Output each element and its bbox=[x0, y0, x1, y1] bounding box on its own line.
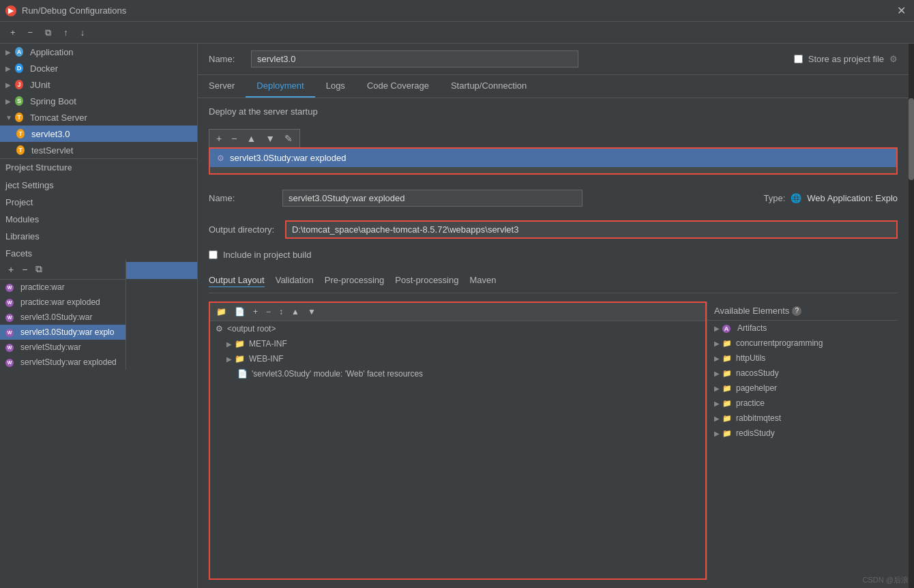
artifact-item-servletstudy-war-exploded[interactable]: W servletStudy:war exploded bbox=[0, 355, 126, 370]
help-icon[interactable]: ? bbox=[792, 306, 801, 316]
ps-item-project-settings[interactable]: ject Settings bbox=[0, 177, 197, 194]
artifact-item-practice-war[interactable]: W practice:war bbox=[0, 280, 126, 295]
tab-code-coverage[interactable]: Code Coverage bbox=[356, 75, 440, 98]
artifact-remove-btn[interactable]: − bbox=[19, 263, 30, 276]
output-tab-post-processing[interactable]: Post-processing bbox=[395, 274, 458, 287]
deploy-list-item[interactable]: ⚙ servlet3.0Study:war exploded bbox=[210, 149, 896, 167]
project-structure-header: Project Structure bbox=[0, 159, 197, 177]
tree-item-docker[interactable]: ▶ D Docker bbox=[0, 60, 197, 76]
name-input[interactable] bbox=[251, 50, 578, 68]
artifact-item-servletstudy-war[interactable]: W servletStudy:war bbox=[0, 340, 126, 355]
artifact-add-btn[interactable]: + bbox=[5, 263, 16, 276]
tree-item-tomcat[interactable]: ▼ T Tomcat Server bbox=[0, 109, 197, 126]
tree-label-spring: Spring Boot bbox=[30, 96, 76, 106]
artifact-item-servlet3-war[interactable]: W servlet3.0Study:war bbox=[0, 310, 126, 325]
output-tree-toolbar: 📁 📄 + − ↕ ▲ ▼ bbox=[210, 303, 705, 321]
remove-config-button[interactable]: − bbox=[23, 25, 38, 40]
output-tab-maven[interactable]: Maven bbox=[469, 274, 496, 287]
tomcat-icon: T bbox=[15, 112, 26, 123]
avail-item-artifacts[interactable]: ▶ A Artifacts bbox=[707, 321, 898, 336]
tree-item-testservlet[interactable]: T testServlet bbox=[0, 142, 197, 158]
tab-startup-connection[interactable]: Startup/Connection bbox=[440, 75, 537, 98]
practice-war-label: practice:war bbox=[20, 282, 65, 292]
tab-deployment[interactable]: Deployment bbox=[246, 75, 314, 98]
artifact-item-servlet3-war-exploded[interactable]: W servlet3.0Study:war explo bbox=[0, 325, 126, 340]
testservlet-icon: T bbox=[16, 145, 27, 156]
servletstudy-war-exploded-icon: W bbox=[5, 357, 16, 367]
tree-node-meta-inf[interactable]: ▶ 📁 META-INF bbox=[210, 336, 705, 351]
watermark: CSDN @后浪 bbox=[863, 575, 909, 585]
avail-practice-chevron: ▶ bbox=[714, 400, 720, 407]
tree-toolbar-folder-btn[interactable]: 📁 bbox=[213, 306, 230, 318]
servletstudy-war-exploded-label: servletStudy:war exploded bbox=[20, 357, 117, 367]
ps-item-libraries[interactable]: Libraries bbox=[0, 228, 197, 245]
output-tab-layout[interactable]: Output Layout bbox=[209, 274, 265, 287]
ps-item-modules[interactable]: Modules bbox=[0, 211, 197, 228]
deploy-add-btn[interactable]: + bbox=[212, 132, 226, 145]
scrollbar-track[interactable] bbox=[909, 44, 914, 588]
tree-toolbar-file-btn[interactable]: 📄 bbox=[231, 306, 248, 318]
close-button[interactable]: ✕ bbox=[894, 4, 909, 17]
deploy-down-btn[interactable]: ▼ bbox=[261, 132, 279, 145]
practice-war-exploded-icon: W bbox=[5, 297, 16, 307]
tree-toolbar-down-btn[interactable]: ▼ bbox=[304, 306, 319, 318]
artifact-copy-btn[interactable]: ⧉ bbox=[33, 262, 45, 276]
chevron-spring: ▶ bbox=[5, 98, 15, 105]
artifact-name-row: Name: bbox=[209, 190, 755, 207]
tree-node-output-root[interactable]: ⚙ <output root> bbox=[210, 321, 705, 336]
avail-concurrent-icon: 📁 bbox=[722, 339, 732, 348]
tab-server[interactable]: Server bbox=[198, 75, 246, 98]
tree-item-servlet30[interactable]: T servlet3.0 bbox=[0, 126, 197, 142]
deploy-up-btn[interactable]: ▲ bbox=[242, 132, 260, 145]
move-up-button[interactable]: ↑ bbox=[59, 25, 73, 40]
avail-item-practice[interactable]: ▶ 📁 practice bbox=[707, 396, 898, 411]
store-project-checkbox[interactable] bbox=[794, 55, 803, 63]
servlet-module-label: 'servlet3.0Study' module: 'Web' facet re… bbox=[252, 369, 423, 379]
ps-item-project[interactable]: Project bbox=[0, 194, 197, 211]
tree-item-spring-boot[interactable]: ▶ S Spring Boot bbox=[0, 93, 197, 109]
tree-toolbar-add-btn[interactable]: + bbox=[250, 306, 261, 318]
docker-icon: D bbox=[15, 63, 26, 74]
junit-icon: J bbox=[15, 79, 26, 90]
tree-node-servlet-module[interactable]: 📄 'servlet3.0Study' module: 'Web' facet … bbox=[210, 366, 705, 381]
avail-item-nacosstudy[interactable]: ▶ 📁 nacosStudy bbox=[707, 366, 898, 381]
copy-config-button[interactable]: ⧉ bbox=[40, 25, 56, 40]
artifact-type-row: Type: 🌐 Web Application: Explo bbox=[763, 193, 898, 203]
tree-label-testservlet: testServlet bbox=[31, 145, 73, 156]
avail-item-pagehelper[interactable]: ▶ 📁 pagehelper bbox=[707, 381, 898, 396]
tree-item-application[interactable]: ▶ A Application bbox=[0, 44, 197, 60]
output-tab-pre-processing[interactable]: Pre-processing bbox=[325, 274, 384, 287]
scrollbar-thumb[interactable] bbox=[909, 98, 914, 180]
tree-toolbar-sort-btn[interactable]: ↕ bbox=[276, 306, 286, 318]
add-config-button[interactable]: + bbox=[5, 25, 20, 40]
output-dir-input[interactable] bbox=[285, 220, 898, 239]
meta-inf-icon: 📁 bbox=[235, 339, 245, 349]
artifact-item-practice-war-exploded[interactable]: W practice:war exploded bbox=[0, 295, 126, 310]
avail-rabbitmq-label: rabbitmqtest bbox=[736, 413, 781, 423]
avail-concurrent-chevron: ▶ bbox=[714, 340, 720, 347]
tree-toolbar-up-btn[interactable]: ▲ bbox=[288, 306, 303, 318]
artifact-name-input[interactable] bbox=[282, 190, 583, 207]
avail-nacos-icon: 📁 bbox=[722, 369, 732, 378]
tree-item-junit[interactable]: ▶ J JUnit bbox=[0, 76, 197, 93]
move-down-button[interactable]: ↓ bbox=[76, 25, 90, 40]
deploy-remove-btn[interactable]: − bbox=[227, 132, 241, 145]
tree-node-web-inf[interactable]: ▶ 📁 WEB-INF bbox=[210, 351, 705, 366]
include-row: Include in project build bbox=[209, 250, 898, 260]
include-build-checkbox[interactable] bbox=[209, 250, 218, 259]
spring-icon: S bbox=[15, 95, 26, 106]
avail-concurrent-label: concurrentprogramming bbox=[736, 338, 823, 348]
tab-logs[interactable]: Logs bbox=[315, 75, 356, 98]
avail-item-httputils[interactable]: ▶ 📁 httpUtils bbox=[707, 351, 898, 366]
output-tab-validation[interactable]: Validation bbox=[276, 274, 314, 287]
avail-item-concurrentprogramming[interactable]: ▶ 📁 concurrentprogramming bbox=[707, 336, 898, 351]
deploy-edit-btn[interactable]: ✎ bbox=[280, 132, 297, 145]
avail-item-redisstudy[interactable]: ▶ 📁 redisStudy bbox=[707, 426, 898, 441]
servlet3-war-icon: W bbox=[5, 312, 16, 322]
avail-item-rabbitmqtest[interactable]: ▶ 📁 rabbitmqtest bbox=[707, 411, 898, 426]
deploy-list: ⚙ servlet3.0Study:war exploded bbox=[209, 147, 898, 175]
tree-label-tomcat: Tomcat Server bbox=[30, 113, 87, 123]
tree-label-junit: JUnit bbox=[30, 80, 50, 90]
tree-toolbar-remove-btn[interactable]: − bbox=[263, 306, 274, 318]
avail-artifacts-chevron: ▶ bbox=[714, 325, 720, 332]
